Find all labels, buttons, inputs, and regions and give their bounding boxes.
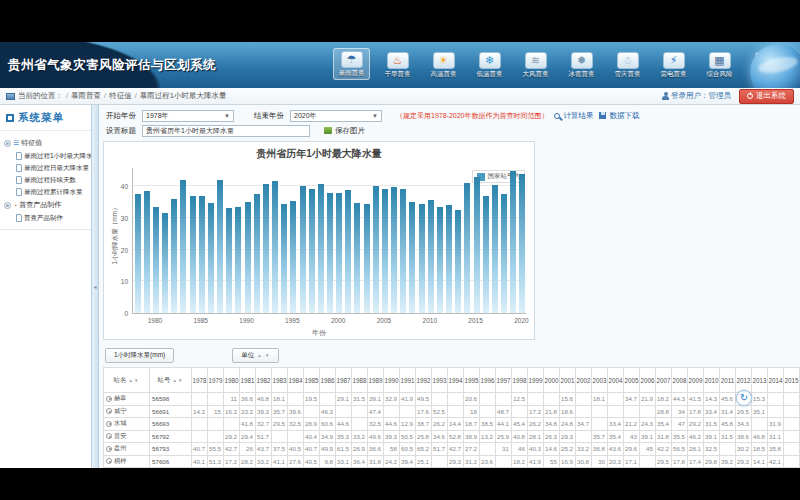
- col-header-year[interactable]: 1989: [368, 368, 384, 393]
- radio-icon[interactable]: [106, 458, 112, 464]
- col-header-year[interactable]: 1994: [448, 368, 464, 393]
- col-header-year[interactable]: 2007: [656, 368, 672, 393]
- nav-item-composite-risk[interactable]: ▦综合风险: [701, 50, 738, 80]
- col-header-year[interactable]: 1982: [256, 368, 272, 393]
- radio-icon[interactable]: [106, 421, 112, 427]
- col-header-year[interactable]: 1978: [192, 368, 208, 393]
- col-header-station-id[interactable]: 站号 ▲▼: [150, 368, 192, 393]
- field-chip[interactable]: 1小时降水量(mm): [105, 348, 174, 363]
- station-name-cell[interactable]: 桐梓: [104, 455, 150, 468]
- breadcrumb-segment[interactable]: 特征值: [109, 91, 132, 100]
- station-name-cell[interactable]: 普安: [104, 430, 150, 443]
- tree-group-0[interactable]: ☰特征值: [2, 136, 89, 150]
- col-header-year[interactable]: 1997: [496, 368, 512, 393]
- sidebar-item[interactable]: 暴雨过程累计降水量: [2, 186, 89, 198]
- sidebar-splitter[interactable]: ◂: [92, 105, 99, 468]
- sidebar-item[interactable]: 暴雨过程日最大降水量: [2, 162, 89, 174]
- bar-2000: [336, 193, 342, 313]
- sidebar-item-label: 暴雨过程持续天数: [24, 176, 76, 185]
- start-year-select[interactable]: 1978年▼: [142, 110, 234, 122]
- col-header-year[interactable]: 1992: [416, 368, 432, 393]
- table-row[interactable]: 盘州5679340.755.542.72643.737.540.540.749.…: [104, 443, 800, 456]
- nav-item-snow[interactable]: ☃雪灾普查: [609, 50, 646, 80]
- table-row[interactable]: 桐梓5760640.151.317.228.233.241.127.640.59…: [104, 455, 800, 468]
- col-header-year[interactable]: 1979: [208, 368, 224, 393]
- logout-button[interactable]: 退出系统: [739, 89, 794, 104]
- table-row[interactable]: 威宁5669114.21516.223.239.335.739.646.347.…: [104, 405, 800, 418]
- breadcrumb-segment[interactable]: 暴雨过程1小时最大降水量: [140, 91, 227, 100]
- col-header-year[interactable]: 1998: [512, 368, 528, 393]
- col-header-year[interactable]: 1990: [384, 368, 400, 393]
- chart-title-input[interactable]: [142, 125, 310, 137]
- col-header-year[interactable]: 2004: [608, 368, 624, 393]
- col-header-year[interactable]: 2012: [736, 368, 752, 393]
- sidebar-item[interactable]: 暴雨过程持续天数: [2, 174, 89, 186]
- station-name-cell[interactable]: 水城: [104, 418, 150, 431]
- col-header-year[interactable]: 1986: [320, 368, 336, 393]
- station-name-cell[interactable]: 赫章: [104, 393, 150, 406]
- nav-item-wind[interactable]: ≋大风普查: [517, 50, 554, 80]
- nav-item-rain[interactable]: ☂暴雨普查: [333, 48, 370, 80]
- expand-toggle-icon[interactable]: [4, 202, 11, 209]
- radio-icon[interactable]: [106, 446, 112, 452]
- col-header-year[interactable]: 2011: [720, 368, 736, 393]
- table-row[interactable]: 赫章565981136.646.818.119.529.131.539.132.…: [104, 393, 800, 406]
- range-note: （规定采用1978-2020年数据作为普查时间范围）: [396, 111, 548, 121]
- nav-item-lightning[interactable]: ⚡雷电普查: [655, 50, 692, 80]
- col-header-year[interactable]: 2006: [640, 368, 656, 393]
- radio-icon[interactable]: [106, 433, 112, 439]
- col-header-year[interactable]: 1988: [352, 368, 368, 393]
- col-header-year[interactable]: 2015: [784, 368, 800, 393]
- station-name-cell[interactable]: 盘州: [104, 443, 150, 456]
- radio-icon[interactable]: [106, 408, 112, 414]
- col-header-year[interactable]: 2014: [768, 368, 784, 393]
- col-header-year[interactable]: 1983: [272, 368, 288, 393]
- breadcrumb-segment[interactable]: 暴雨普查: [71, 91, 101, 100]
- table-row[interactable]: 普安5679229.229.451.740.434.935.333.249.63…: [104, 430, 800, 443]
- radio-icon[interactable]: [106, 396, 112, 402]
- save-image-button[interactable]: 保存图片: [324, 126, 365, 136]
- col-header-year[interactable]: 1987: [336, 368, 352, 393]
- nav-item-drought[interactable]: ♨干旱普查: [379, 50, 416, 80]
- calculate-button[interactable]: 计算结果: [554, 111, 593, 121]
- col-header-year[interactable]: 2013: [752, 368, 768, 393]
- col-header-year[interactable]: 1985: [304, 368, 320, 393]
- col-header-year[interactable]: 1981: [240, 368, 256, 393]
- col-header-station-name[interactable]: 站名 ▲▼: [104, 368, 150, 393]
- tree-group-1[interactable]: ◔普查产品制作: [2, 198, 89, 212]
- station-id-cell: 56693: [150, 418, 192, 431]
- col-header-year[interactable]: 1995: [464, 368, 480, 393]
- value-cell: [608, 405, 624, 418]
- table-row[interactable]: 水城5669341.832.729.532.528.960.644.632.54…: [104, 418, 800, 431]
- value-cell: 44.6: [336, 418, 352, 431]
- col-header-year[interactable]: 2002: [576, 368, 592, 393]
- station-name-cell[interactable]: 威宁: [104, 405, 150, 418]
- value-cell: 34.9: [320, 430, 336, 443]
- col-header-year[interactable]: 1999: [528, 368, 544, 393]
- col-header-year[interactable]: 2005: [624, 368, 640, 393]
- end-year-select[interactable]: 2020年▼: [290, 110, 382, 122]
- col-header-year[interactable]: 1991: [400, 368, 416, 393]
- nav-item-cold[interactable]: ❄低温普查: [471, 50, 508, 80]
- col-header-year[interactable]: 1996: [480, 368, 496, 393]
- col-header-year[interactable]: 2003: [592, 368, 608, 393]
- col-header-year[interactable]: 2008: [672, 368, 688, 393]
- col-header-year[interactable]: 1980: [224, 368, 240, 393]
- col-header-year[interactable]: 2010: [704, 368, 720, 393]
- unit-chip[interactable]: 单位 ▲ ▼: [232, 348, 279, 363]
- nav-item-hail[interactable]: ❅冰雹普查: [563, 50, 600, 80]
- value-cell: 46.8: [256, 393, 272, 406]
- sidebar-item[interactable]: 普查产品制作: [2, 212, 89, 224]
- col-header-year[interactable]: 1993: [432, 368, 448, 393]
- col-header-year[interactable]: 1984: [288, 368, 304, 393]
- sort-icons[interactable]: ▲▼: [126, 378, 139, 383]
- value-cell: 31.8: [368, 455, 384, 468]
- col-header-year[interactable]: 2000: [544, 368, 560, 393]
- col-header-year[interactable]: 2001: [560, 368, 576, 393]
- download-button[interactable]: 数据下载: [599, 111, 639, 121]
- expand-toggle-icon[interactable]: [4, 140, 11, 147]
- nav-item-heat[interactable]: ☀高温普查: [425, 50, 462, 80]
- sort-icons[interactable]: ▲▼: [170, 378, 183, 383]
- sidebar-item[interactable]: 暴雨过程1小时最大降水量: [2, 150, 89, 162]
- col-header-year[interactable]: 2009: [688, 368, 704, 393]
